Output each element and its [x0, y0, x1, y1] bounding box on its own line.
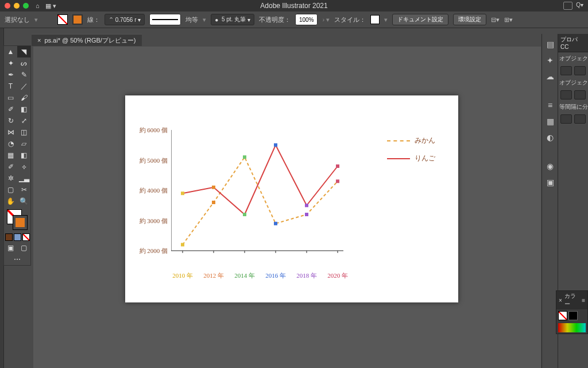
- distribute-v-icon[interactable]: [574, 90, 586, 99]
- color-panel: ×カラー≡: [556, 290, 588, 334]
- align-left-icon[interactable]: [560, 66, 572, 75]
- close-panel-icon[interactable]: ×: [559, 297, 562, 304]
- stroke-panel-icon[interactable]: ≡: [548, 101, 552, 110]
- spacing-h-icon[interactable]: [560, 114, 572, 124]
- preferences-button[interactable]: 環境設定: [453, 14, 486, 25]
- x-tick-label: 2014 年: [234, 271, 255, 280]
- swatches-panel-icon[interactable]: ▦: [547, 117, 554, 126]
- artboard-tool-icon[interactable]: ▢: [4, 184, 17, 195]
- close-tab-icon[interactable]: ×: [37, 37, 41, 44]
- distribute-h-icon[interactable]: [560, 90, 572, 99]
- titlebar: ⌂ ▦ ▾ Adobe Illustrator 2021 Q▾: [0, 0, 588, 12]
- workspace-icon[interactable]: [563, 2, 572, 10]
- style-label: スタイル：: [334, 16, 366, 24]
- selection-label: 選択なし: [5, 16, 30, 24]
- column-graph-tool-icon[interactable]: ▁▃: [17, 172, 30, 184]
- gradient-tool-icon[interactable]: ◧: [17, 150, 30, 161]
- window-controls: [5, 3, 29, 9]
- align-right-icon[interactable]: [574, 66, 586, 75]
- app-title: Adobe Illustrator 2021: [0, 2, 588, 10]
- color-spectrum[interactable]: [558, 323, 586, 332]
- stroke-width-input[interactable]: ⌃ 0.7056 r ▾: [105, 14, 145, 25]
- edit-toolbar-icon[interactable]: ⋯: [4, 254, 30, 265]
- artboard[interactable]: 約 2000 個約 3000 個約 4000 個約 5000 個約 6000 個…: [125, 95, 458, 302]
- magic-wand-tool-icon[interactable]: ✦: [4, 57, 17, 69]
- canvas[interactable]: 約 2000 個約 3000 個約 4000 個約 5000 個約 6000 個…: [33, 47, 541, 368]
- free-transform-tool-icon[interactable]: ◫: [17, 126, 30, 138]
- slice-tool-icon[interactable]: ✂: [17, 184, 30, 195]
- document-setup-button[interactable]: ドキュメント設定: [392, 14, 448, 25]
- document-tab[interactable]: × ps.ai* @ 50% (RGB/プレビュー): [32, 34, 142, 46]
- hand-tool-icon[interactable]: ✋: [4, 195, 17, 207]
- x-tick-label: 2016 年: [265, 271, 286, 280]
- shaper-tool-icon[interactable]: ✐: [4, 103, 17, 115]
- paintbrush-tool-icon[interactable]: 🖌: [17, 92, 30, 103]
- gradient-panel-icon[interactable]: ◐: [547, 133, 554, 142]
- color-panel-label[interactable]: カラー: [564, 292, 579, 308]
- rotate-tool-icon[interactable]: ↻: [4, 115, 17, 126]
- x-tick-label: 2020 年: [327, 271, 348, 280]
- color-stroke-swatch[interactable]: [568, 311, 578, 320]
- stroke-swatch[interactable]: [72, 14, 83, 25]
- spacing-v-icon[interactable]: [574, 114, 586, 124]
- prop-section-object2: オブジェク: [558, 76, 588, 89]
- width-tool-icon[interactable]: ⋈: [4, 126, 17, 138]
- eyedropper-tool-icon[interactable]: ✐: [4, 161, 17, 172]
- blend-tool-icon[interactable]: ⟡: [17, 161, 30, 172]
- y-tick-label: 約 5000 個: [140, 156, 168, 164]
- line-tool-icon[interactable]: ／: [17, 80, 30, 92]
- svg-rect-20: [212, 186, 215, 189]
- brush-select[interactable]: ● 5 pt. 丸筆 ▾: [211, 14, 254, 25]
- y-tick-label: 約 3000 個: [140, 216, 168, 225]
- zoom-window-icon[interactable]: [23, 3, 29, 9]
- style-swatch[interactable]: [370, 15, 380, 24]
- y-tick-label: 約 2000 個: [140, 247, 168, 255]
- x-tick-label: 2018 年: [296, 271, 317, 280]
- eraser-tool-icon[interactable]: ◧: [17, 103, 30, 115]
- perspective-tool-icon[interactable]: ▱: [17, 138, 30, 150]
- rectangle-tool-icon[interactable]: ▭: [4, 92, 17, 103]
- svg-rect-18: [336, 179, 339, 183]
- search-icon[interactable]: Q▾: [576, 2, 583, 10]
- stroke-style-preview[interactable]: [149, 14, 181, 25]
- color-fill-swatch[interactable]: [558, 311, 567, 320]
- color-mode-swatches[interactable]: [4, 233, 30, 241]
- opacity-input[interactable]: 100%: [295, 14, 318, 25]
- svg-rect-17: [305, 213, 308, 216]
- home-icon[interactable]: ⌂: [36, 2, 40, 9]
- document-tab-label: ps.ai* @ 50% (RGB/プレビュー): [44, 36, 136, 45]
- uniform-label: 均等: [185, 16, 198, 24]
- screen-mode-normal-icon[interactable]: ▣: [4, 242, 17, 254]
- shape-builder-tool-icon[interactable]: ◔: [4, 138, 17, 150]
- symbols-panel-icon[interactable]: ▣: [547, 178, 554, 187]
- arrange-icon[interactable]: ▦ ▾: [45, 2, 56, 10]
- type-tool-icon[interactable]: T: [4, 80, 17, 92]
- direct-selection-tool-icon[interactable]: ◥: [17, 46, 30, 57]
- fill-swatch[interactable]: [57, 14, 68, 25]
- zoom-tool-icon[interactable]: 🔍: [17, 195, 30, 207]
- appearance-panel-icon[interactable]: ◉: [547, 162, 554, 171]
- properties-panel-icon[interactable]: ▤: [547, 40, 554, 49]
- curvature-tool-icon[interactable]: ✎: [17, 69, 30, 80]
- fill-stroke-control[interactable]: [7, 209, 28, 230]
- toolbox: ▲◥ ✦ᔕ ✒✎ T／ ▭🖌 ✐◧ ↻⤢ ⋈◫ ◔▱ ▦◧ ✐⟡ ✲▁▃ ▢✂ …: [3, 45, 31, 266]
- brushes-panel-icon[interactable]: ☁: [546, 72, 554, 81]
- selection-tool-icon[interactable]: ▲: [4, 46, 17, 57]
- control-bar: 選択なし ▾ 線： ⌃ 0.7056 r ▾ 均等▾ ● 5 pt. 丸筆 ▾ …: [0, 12, 588, 28]
- svg-rect-16: [274, 222, 277, 225]
- scale-tool-icon[interactable]: ⤢: [17, 115, 30, 126]
- symbol-sprayer-tool-icon[interactable]: ✲: [4, 172, 17, 184]
- libraries-panel-icon[interactable]: ✦: [547, 56, 554, 65]
- legend-item-ringo: りんご: [387, 154, 435, 163]
- properties-panel-header[interactable]: プロパ CC: [558, 34, 588, 52]
- minimize-window-icon[interactable]: [14, 3, 20, 9]
- svg-rect-21: [243, 213, 246, 216]
- transform-icon[interactable]: ⊞▾: [504, 16, 513, 24]
- pen-tool-icon[interactable]: ✒: [4, 69, 17, 80]
- screen-mode-full-icon[interactable]: ▢: [17, 242, 30, 254]
- close-window-icon[interactable]: [5, 3, 10, 9]
- align-icon[interactable]: ⊟▾: [491, 16, 500, 24]
- legend-item-mikan: みかん: [387, 136, 435, 145]
- mesh-tool-icon[interactable]: ▦: [4, 150, 17, 161]
- lasso-tool-icon[interactable]: ᔕ: [17, 57, 30, 69]
